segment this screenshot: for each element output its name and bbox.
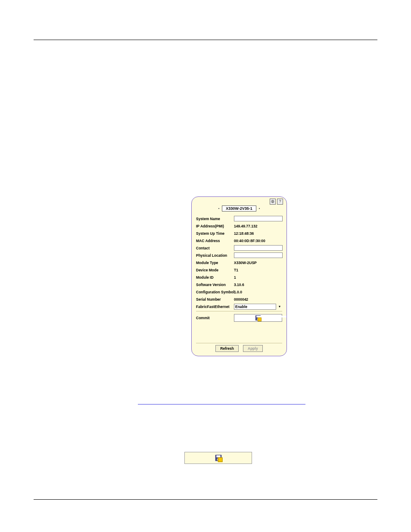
panel-top-icons: ◍ ?	[270, 199, 283, 205]
value-config-symbol: 1.0.0	[234, 290, 282, 294]
label-uptime: System Up Time	[196, 231, 234, 236]
value-sw-version: 3.10.6	[234, 283, 282, 287]
title-dot-right	[259, 208, 260, 209]
commit-detail-box[interactable]	[184, 452, 252, 464]
panel-button-bar: Refresh Apply	[196, 343, 282, 352]
blue-underline	[138, 404, 305, 404]
label-contact: Contact	[196, 246, 234, 250]
label-device-mode: Device Mode	[196, 268, 234, 272]
label-sw-version: Software Version	[196, 283, 234, 287]
horizontal-rule-top	[34, 40, 377, 40]
panel-title: X330W-2V35-1	[222, 205, 256, 212]
ffe-select[interactable]: Enable	[234, 304, 276, 310]
system-name-input[interactable]	[234, 216, 283, 221]
title-dot-left	[218, 208, 219, 209]
apply-button[interactable]: Apply	[243, 345, 263, 352]
commit-button[interactable]	[234, 314, 282, 322]
save-disk-icon	[255, 315, 261, 320]
value-module-id: 1	[234, 275, 282, 280]
chevron-down-icon[interactable]: ▼	[277, 304, 282, 310]
label-location: Physical Location	[196, 253, 234, 258]
label-ip-address: IP Address(PMI)	[196, 224, 234, 228]
label-config-symbol: Configuration Symbol	[196, 290, 234, 294]
value-serial: 0000042	[234, 297, 282, 302]
fields-area: System Name IP Address(PMI) 149.49.77.13…	[196, 215, 282, 323]
world-icon[interactable]: ◍	[270, 199, 276, 205]
label-module-type: Module Type	[196, 261, 234, 265]
horizontal-rule-bottom	[34, 499, 377, 500]
contact-input[interactable]	[234, 245, 283, 251]
label-mac: MAC Address	[196, 239, 234, 243]
label-ffe: FabricFastEthernet	[196, 305, 234, 309]
value-uptime: 12:18:48:36	[234, 231, 282, 236]
label-commit: Commit	[196, 316, 234, 320]
module-info-panel: ◍ ? X330W-2V35-1 System Name IP Address(…	[191, 196, 287, 356]
value-module-type: X330W-2USP	[234, 261, 282, 265]
help-icon[interactable]: ?	[277, 199, 283, 205]
label-module-id: Module ID	[196, 275, 234, 280]
refresh-button[interactable]: Refresh	[215, 345, 239, 352]
value-mac: 00:40:0D:8F:30:00	[234, 239, 282, 243]
value-ip-address: 149.49.77.132	[234, 224, 282, 228]
save-disk-icon	[215, 455, 221, 461]
label-serial: Serial Number	[196, 297, 234, 302]
location-input[interactable]	[234, 252, 283, 258]
value-device-mode: T1	[234, 268, 282, 272]
label-system-name: System Name	[196, 217, 234, 221]
